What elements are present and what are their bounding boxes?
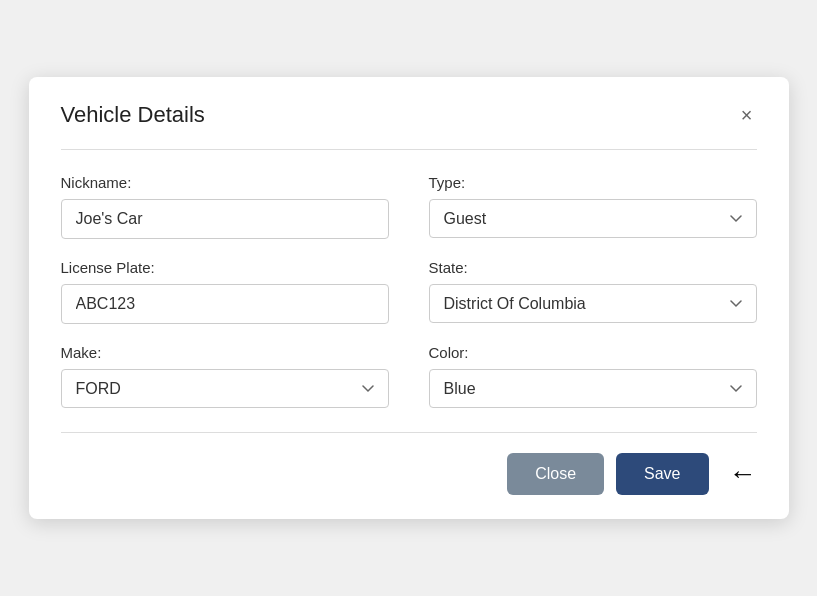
state-select[interactable]: District Of Columbia Alabama Alaska Ariz…: [429, 284, 757, 323]
type-group: Type: Guest Owner Employee Visitor: [429, 174, 757, 239]
license-plate-group: License Plate:: [61, 259, 389, 324]
state-label: State:: [429, 259, 757, 276]
make-select[interactable]: FORD TOYOTA HONDA CHEVROLET BMW MERCEDES…: [61, 369, 389, 408]
dialog-title: Vehicle Details: [61, 102, 205, 128]
dialog-close-icon[interactable]: ×: [737, 101, 757, 129]
form-grid: Nickname: Type: Guest Owner Employee Vis…: [61, 174, 757, 408]
make-label: Make:: [61, 344, 389, 361]
make-group: Make: FORD TOYOTA HONDA CHEVROLET BMW ME…: [61, 344, 389, 408]
dialog-header: Vehicle Details ×: [61, 101, 757, 129]
nickname-label: Nickname:: [61, 174, 389, 191]
save-button[interactable]: Save: [616, 453, 708, 495]
type-label: Type:: [429, 174, 757, 191]
dialog-footer: Close Save ←: [61, 453, 757, 495]
close-button[interactable]: Close: [507, 453, 604, 495]
nickname-group: Nickname:: [61, 174, 389, 239]
vehicle-details-dialog: Vehicle Details × Nickname: Type: Guest …: [29, 77, 789, 519]
footer-divider: [61, 432, 757, 433]
state-group: State: District Of Columbia Alabama Alas…: [429, 259, 757, 324]
type-select[interactable]: Guest Owner Employee Visitor: [429, 199, 757, 238]
arrow-indicator: ←: [729, 458, 757, 490]
nickname-input[interactable]: [61, 199, 389, 239]
license-plate-input[interactable]: [61, 284, 389, 324]
color-group: Color: Blue Red White Black Silver Gray …: [429, 344, 757, 408]
color-label: Color:: [429, 344, 757, 361]
license-plate-label: License Plate:: [61, 259, 389, 276]
header-divider: [61, 149, 757, 150]
color-select[interactable]: Blue Red White Black Silver Gray Green Y…: [429, 369, 757, 408]
